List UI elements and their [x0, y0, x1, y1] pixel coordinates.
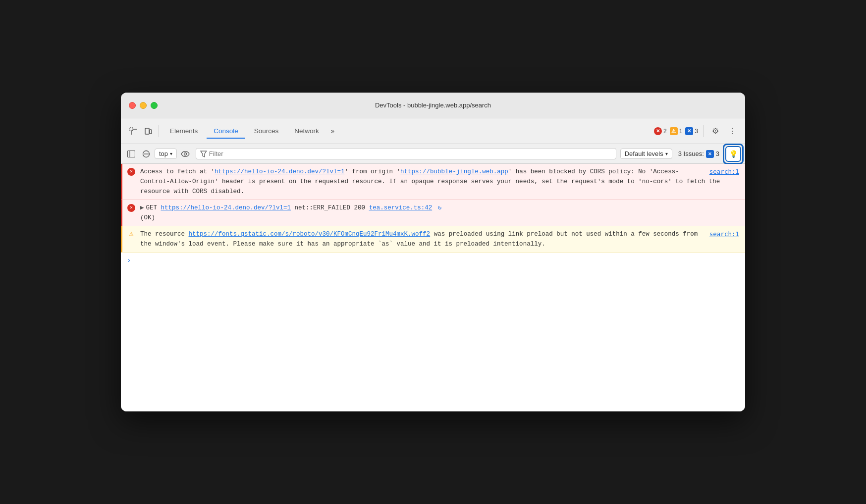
tab-elements[interactable]: Elements: [163, 124, 205, 139]
filter-icon: [200, 151, 207, 157]
minimize-button[interactable]: [140, 102, 147, 109]
tab-console[interactable]: Console: [207, 124, 245, 139]
window-title: DevTools - bubble-jingle.web.app/search: [375, 101, 491, 109]
font-url[interactable]: https://fonts.gstatic.com/s/roboto/v30/K…: [189, 231, 431, 238]
chevron-down-icon: ▾: [170, 151, 172, 156]
context-selector[interactable]: top ▾: [155, 149, 177, 159]
svg-rect-0: [130, 128, 133, 131]
chevron-down-icon2: ▾: [665, 151, 668, 156]
device-icon[interactable]: [142, 125, 155, 138]
settings-button[interactable]: ⚙: [708, 124, 722, 138]
filter-input[interactable]: [209, 150, 612, 157]
expand-icon[interactable]: ▶: [140, 203, 144, 213]
clear-console-button[interactable]: [140, 148, 153, 160]
console-content: ✕ search:1 Access to fetch at 'https://h…: [121, 164, 745, 411]
svg-rect-3: [128, 151, 135, 157]
entry-text-3: search:1 The resource https://fonts.gsta…: [140, 231, 698, 248]
sidebar-toggle-button[interactable]: [125, 148, 138, 160]
issues-count: 3: [716, 150, 719, 157]
source-link-3[interactable]: search:1: [709, 229, 739, 239]
tab-network[interactable]: Network: [287, 124, 326, 139]
issues-badge: 3 Issues: ✕ 3: [674, 149, 723, 159]
fetch-url-1[interactable]: https://hello-io-24.deno.dev/?lvl=1: [215, 168, 345, 175]
warning-icon: ⚠: [670, 127, 678, 135]
console-prompt[interactable]: ›: [121, 252, 745, 260]
eye-icon[interactable]: [179, 148, 192, 160]
console-toolbar-right: 3 Issues: ✕ 3 💡: [674, 146, 741, 162]
context-value: top: [159, 150, 168, 157]
error-icon: ✕: [654, 127, 662, 135]
reload-icon[interactable]: ↻: [438, 203, 442, 213]
more-tabs-button[interactable]: »: [328, 125, 337, 137]
error-icon-1: ✕: [127, 168, 135, 176]
svg-rect-1: [145, 128, 149, 134]
main-toolbar: Elements Console Sources Network » ✕ 2 ⚠…: [121, 118, 745, 144]
info-icon: ✕: [685, 127, 693, 135]
console-toolbar: top ▾ Default levels ▾ 3 Issues: ✕ 3: [121, 144, 745, 164]
source-link-2[interactable]: tea.service.ts:42: [369, 204, 433, 211]
title-bar: DevTools - bubble-jingle.web.app/search: [121, 93, 745, 118]
filter-container: [196, 148, 616, 159]
get-url[interactable]: https://hello-io-24.deno.dev/?lvl=1: [161, 204, 291, 211]
prompt-arrow: ›: [127, 256, 131, 264]
separator2: [703, 125, 704, 137]
console-entry-error-2: ✕ ▶GET https://hello-io-24.deno.dev/?lvl…: [121, 200, 745, 226]
info-badge: ✕ 3: [685, 127, 698, 135]
issues-icon: ✕: [706, 150, 714, 158]
default-levels-label: Default levels: [625, 150, 663, 157]
source-link-1[interactable]: search:1: [709, 167, 739, 177]
maximize-button[interactable]: [151, 102, 158, 109]
traffic-lights: [129, 102, 158, 109]
separator: [159, 125, 159, 137]
issues-label: 3 Issues:: [678, 150, 704, 157]
svg-rect-2: [150, 130, 152, 134]
lightbulb-icon: 💡: [729, 150, 738, 158]
svg-marker-8: [201, 151, 207, 157]
svg-point-7: [184, 152, 187, 155]
default-levels-selector[interactable]: Default levels ▾: [620, 149, 672, 159]
entry-text-1: search:1 Access to fetch at 'https://hel…: [140, 168, 720, 195]
toolbar-right: ✕ 2 ⚠ 1 ✕ 3 ⚙ ⋮: [654, 124, 739, 138]
console-entry-error-1: ✕ search:1 Access to fetch at 'https://h…: [121, 164, 745, 200]
devtools-window: DevTools - bubble-jingle.web.app/search …: [121, 93, 745, 411]
more-menu-button[interactable]: ⋮: [725, 124, 739, 138]
tab-sources[interactable]: Sources: [247, 124, 286, 139]
ai-assistance-button[interactable]: 💡: [725, 146, 741, 162]
error-icon-2: ✕: [127, 204, 135, 212]
warning-badge: ⚠ 1: [670, 127, 683, 135]
cursor-icon[interactable]: [127, 125, 140, 138]
close-button[interactable]: [129, 102, 136, 109]
origin-url-1[interactable]: https://bubble-jingle.web.app: [400, 168, 508, 175]
console-entry-warning-1: ⚠ search:1 The resource https://fonts.gs…: [121, 226, 745, 252]
warning-icon-1: ⚠: [127, 230, 135, 238]
error-badge: ✕ 2: [654, 127, 667, 135]
lightbulb-container: 💡: [725, 146, 741, 162]
entry-text-2: ▶GET https://hello-io-24.deno.dev/?lvl=1…: [140, 204, 441, 221]
